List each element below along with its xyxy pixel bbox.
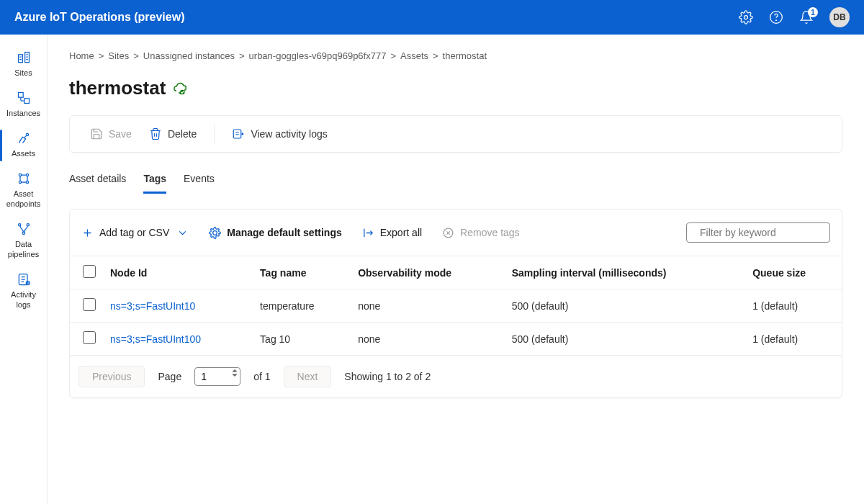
col-queue[interactable]: Queue size: [745, 256, 842, 289]
pager: Previous Page of 1 Next Showing 1 to 2 o…: [70, 355, 842, 397]
col-observability[interactable]: Observability mode: [351, 256, 505, 289]
nav-assets[interactable]: Assets: [0, 125, 47, 166]
svg-point-8: [19, 174, 21, 176]
node-id-link[interactable]: ns=3;s=FastUInt10: [110, 300, 195, 312]
tab-asset-details[interactable]: Asset details: [69, 170, 126, 194]
svg-point-7: [26, 133, 28, 135]
app-title: Azure IoT Operations (preview): [14, 11, 184, 24]
filter-input-wrapper[interactable]: [686, 222, 830, 243]
nav-instances[interactable]: Instances: [0, 85, 47, 125]
tabs: Asset details Tags Events: [69, 170, 842, 194]
nav-data-pipelines[interactable]: Data pipelines: [0, 216, 47, 266]
action-toolbar: Save Delete View activity logs: [69, 115, 842, 153]
page-label: Page: [158, 371, 181, 382]
breadcrumb: Home> Sites> Unassigned instances> urban…: [69, 50, 842, 61]
svg-point-13: [27, 224, 29, 226]
tab-tags[interactable]: Tags: [143, 170, 166, 194]
svg-rect-6: [24, 99, 29, 104]
select-all-checkbox[interactable]: [83, 265, 96, 278]
table-row: ns=3;s=FastUInt100 Tag 10 none 500 (defa…: [70, 323, 842, 356]
delete-button[interactable]: Delete: [142, 123, 204, 145]
user-avatar[interactable]: DB: [829, 7, 850, 27]
crumb-current: thermostat: [443, 50, 487, 61]
svg-point-2: [776, 20, 777, 21]
table-row: ns=3;s=FastUInt10 temperature none 500 (…: [70, 289, 842, 323]
crumb-home[interactable]: Home: [69, 50, 94, 61]
svg-point-11: [26, 181, 28, 183]
remove-tags-button: Remove tags: [442, 227, 519, 239]
tab-events[interactable]: Events: [184, 170, 215, 194]
svg-point-14: [22, 232, 24, 234]
svg-point-0: [744, 16, 748, 19]
add-tag-button[interactable]: Add tag or CSV: [81, 227, 189, 239]
tags-grid-card: Add tag or CSV Manage default settings E…: [69, 209, 842, 398]
manage-default-settings-button[interactable]: Manage default settings: [209, 227, 341, 239]
grid-toolbar: Add tag or CSV Manage default settings E…: [70, 210, 842, 256]
filter-input[interactable]: [700, 227, 826, 238]
col-node-id[interactable]: Node Id: [103, 256, 253, 289]
cloud-check-icon: [173, 81, 187, 96]
page-title: thermostat: [69, 77, 166, 99]
svg-rect-5: [18, 93, 23, 98]
previous-button: Previous: [78, 366, 145, 387]
crumb-instance[interactable]: urban-goggles-v69pq969p6fx777: [249, 50, 387, 61]
svg-point-12: [18, 224, 20, 226]
svg-point-9: [26, 174, 28, 176]
notification-badge: 1: [808, 7, 818, 17]
node-id-link[interactable]: ns=3;s=FastUInt100: [110, 333, 201, 345]
export-all-button[interactable]: Export all: [362, 227, 422, 239]
crumb-unassigned[interactable]: Unassigned instances: [143, 50, 235, 61]
crumb-sites[interactable]: Sites: [108, 50, 129, 61]
nav-activity-logs[interactable]: Activity logs: [0, 266, 47, 317]
tags-table: Node Id Tag name Observability mode Samp…: [70, 256, 842, 355]
save-button: Save: [83, 123, 139, 145]
chevron-down-icon: [176, 227, 189, 239]
col-sampling[interactable]: Sampling interval (milliseconds): [505, 256, 745, 289]
page-spinner[interactable]: [232, 369, 238, 377]
toolbar-divider: [214, 124, 215, 144]
nav-sites[interactable]: Sites: [0, 45, 47, 85]
svg-rect-3: [18, 55, 22, 63]
notifications-icon[interactable]: 1: [799, 10, 814, 24]
svg-rect-18: [234, 130, 242, 138]
settings-icon[interactable]: [739, 10, 753, 24]
col-tag-name[interactable]: Tag name: [253, 256, 351, 289]
help-icon[interactable]: [769, 10, 783, 24]
nav-asset-endpoints[interactable]: Asset endpoints: [0, 166, 47, 216]
sidebar: Sites Instances Assets Asset endpoints D…: [0, 35, 48, 504]
top-bar: Azure IoT Operations (preview) 1 DB: [0, 0, 864, 35]
page-of: of 1: [253, 371, 270, 382]
next-button: Next: [284, 366, 332, 387]
showing-label: Showing 1 to 2 of 2: [344, 371, 431, 382]
main-content: Home> Sites> Unassigned instances> urban…: [48, 35, 864, 504]
row-checkbox[interactable]: [83, 298, 96, 311]
row-checkbox[interactable]: [83, 331, 96, 344]
svg-point-10: [19, 181, 21, 183]
top-bar-actions: 1 DB: [739, 7, 850, 27]
crumb-assets[interactable]: Assets: [400, 50, 428, 61]
view-activity-logs-button[interactable]: View activity logs: [225, 123, 334, 145]
